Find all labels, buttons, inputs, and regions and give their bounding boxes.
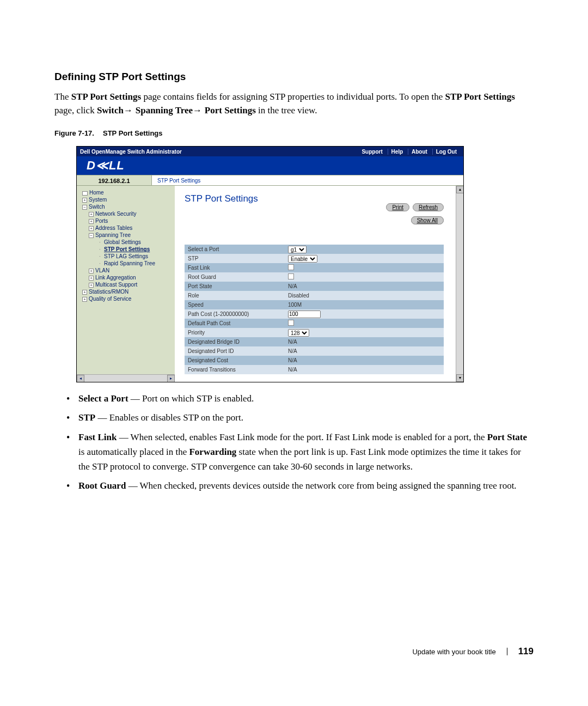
row-label: STP [188, 255, 288, 261]
term: Forwarding [189, 447, 236, 457]
row-label: Designated Cost [188, 357, 288, 363]
figure-number: Figure 7-17. [54, 129, 94, 137]
expand-icon[interactable]: + [82, 290, 87, 295]
select-input[interactable]: Enable [288, 255, 317, 263]
checkbox-input[interactable] [288, 264, 294, 270]
settings-table: Select a Portg1STPEnableFast LinkRoot Gu… [185, 245, 444, 374]
row-value [288, 264, 444, 271]
scroll-left-icon[interactable]: ◂ [77, 375, 84, 382]
list-item: Root Guard — When checked, prevents devi… [64, 478, 534, 493]
print-button[interactable]: Print [386, 203, 409, 211]
tree-quality-of-service[interactable]: +Quality of Service [79, 295, 173, 302]
tree-spanning-tree[interactable]: −Spanning Tree [79, 232, 173, 239]
show-all-button[interactable]: Show All [411, 216, 444, 224]
tree-ports[interactable]: +Ports [79, 217, 173, 224]
table-row: Select a Portg1 [185, 245, 444, 254]
window-title: Dell OpenManage Switch Administrator [80, 149, 358, 155]
nav-tree[interactable]: Home +System −Switch +Network Security +… [77, 186, 175, 382]
tree-label: Global Settings [104, 239, 141, 245]
support-link[interactable]: Support [358, 149, 385, 155]
tree-home[interactable]: Home [79, 189, 173, 196]
table-row: RoleDisabled [185, 291, 444, 300]
tree-vlan[interactable]: +VLAN [79, 267, 173, 274]
tree-h-scrollbar[interactable]: ◂ ▸ [77, 374, 175, 382]
row-label: Path Cost (1-200000000) [188, 311, 288, 317]
expand-icon[interactable]: + [82, 297, 87, 302]
tree-stp-port-settings[interactable]: ·STP Port Settings [79, 246, 173, 253]
section-heading: Defining STP Port Settings [54, 71, 534, 83]
scroll-up-icon[interactable]: ▴ [456, 186, 463, 193]
table-row: STPEnable [185, 254, 444, 263]
desc: — When checked, prevents devices outside… [126, 480, 516, 491]
top-nav: Support Help About Log Out [358, 149, 460, 155]
tree-multicast-support[interactable]: +Multicast Support [79, 281, 173, 288]
desc: is automatically placed in the [78, 447, 189, 457]
tree-label: STP Port Settings [104, 246, 150, 252]
tree-label: Rapid Spanning Tree [104, 260, 155, 266]
leaf-icon: · [97, 246, 102, 253]
expand-icon[interactable]: + [89, 276, 94, 281]
arrow-icon: → [124, 105, 136, 115]
row-value: N/A [288, 339, 444, 345]
table-row: Forward TransitionsN/A [185, 365, 444, 374]
desc: — Enables or disables STP on the port. [95, 412, 243, 423]
brand-bar: D≪LL [77, 156, 463, 175]
select-input[interactable]: 128 [288, 329, 309, 337]
content-v-scrollbar[interactable]: ▴ ▾ [456, 186, 463, 382]
tree-address-tables[interactable]: +Address Tables [79, 224, 173, 232]
tree-link-aggregation[interactable]: +Link Aggregation [79, 274, 173, 281]
row-value [288, 320, 444, 327]
expand-icon[interactable]: + [89, 226, 94, 231]
row-label: Role [188, 293, 288, 299]
term: STP [78, 412, 95, 423]
checkbox-input[interactable] [288, 273, 294, 279]
expand-icon[interactable]: + [89, 283, 94, 288]
table-row: Designated Port IDN/A [185, 346, 444, 356]
table-row: Root Guard [185, 272, 444, 282]
tree-statistics-rmon[interactable]: +Statistics/RMON [79, 288, 173, 295]
tree-label: Quality of Service [89, 296, 131, 302]
expand-icon[interactable]: + [89, 219, 94, 224]
expand-icon[interactable]: + [89, 269, 94, 273]
desc: — Port on which STP is enabled. [128, 393, 254, 404]
scroll-right-icon[interactable]: ▸ [167, 375, 175, 382]
help-link[interactable]: Help [388, 149, 407, 155]
text-input[interactable] [288, 311, 321, 318]
text: The [54, 92, 71, 102]
row-value: N/A [288, 283, 444, 289]
table-row: Designated Bridge IDN/A [185, 337, 444, 346]
row-label: Default Path Cost [188, 320, 288, 326]
table-row: Speed100M [185, 300, 444, 309]
tree-rapid-spanning-tree[interactable]: ·Rapid Spanning Tree [79, 260, 173, 267]
row-value: Disabled [288, 293, 444, 299]
tree-system[interactable]: +System [79, 196, 173, 203]
table-row: Path Cost (1-200000000) [185, 309, 444, 319]
tree-label: Network Security [95, 211, 137, 217]
tree-global-settings[interactable]: ·Global Settings [79, 239, 173, 246]
row-value: N/A [288, 357, 444, 363]
select-input[interactable]: g1 [288, 246, 307, 253]
table-row: Port StateN/A [185, 282, 444, 291]
window-titlebar: Dell OpenManage Switch Administrator Sup… [77, 147, 463, 156]
collapse-icon[interactable]: − [89, 233, 94, 238]
separator [507, 648, 507, 655]
scroll-down-icon[interactable]: ▾ [456, 374, 463, 382]
expand-icon[interactable]: + [82, 198, 87, 203]
expand-icon[interactable]: + [89, 212, 94, 217]
row-label: Root Guard [188, 274, 288, 280]
row-label: Designated Bridge ID [188, 339, 288, 345]
tree-label: Switch [89, 204, 105, 210]
refresh-button[interactable]: Refresh [413, 203, 444, 211]
tree-network-security[interactable]: +Network Security [79, 210, 173, 217]
tree-switch[interactable]: −Switch [79, 203, 173, 210]
tree-stp-lag-settings[interactable]: ·STP LAG Settings [79, 253, 173, 260]
field-descriptions: Select a Port — Port on which STP is ena… [64, 391, 534, 493]
collapse-icon[interactable]: − [82, 205, 87, 210]
checkbox-input[interactable] [288, 320, 294, 326]
table-row: Default Path Cost [185, 319, 444, 328]
text: Switch [97, 105, 124, 115]
logout-link[interactable]: Log Out [432, 149, 460, 155]
about-link[interactable]: About [408, 149, 431, 155]
tree-label: Spanning Tree [95, 232, 131, 238]
row-value: 128 [288, 329, 444, 337]
